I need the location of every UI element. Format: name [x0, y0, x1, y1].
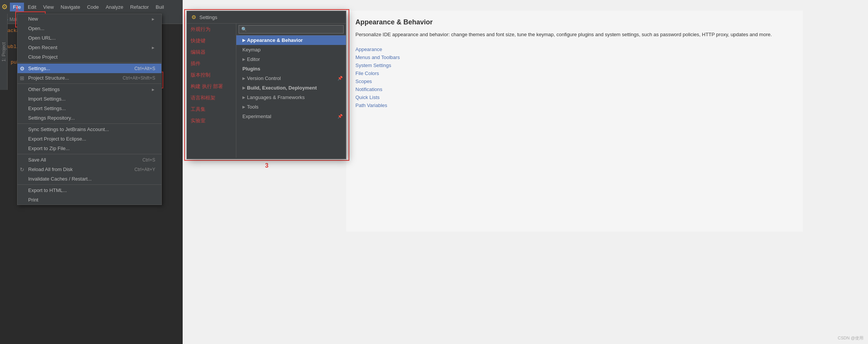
- settings-tree: ▶ Appearance & Behavior Keymap ▶ Editor …: [236, 24, 346, 158]
- settings-left-item-build[interactable]: 构建 执行 部署: [187, 81, 236, 92]
- tree-item-experimental[interactable]: Experimental 📌: [236, 112, 346, 121]
- menu-item-export-zip[interactable]: Export to Zip File...: [18, 144, 161, 153]
- menu-item-reload[interactable]: ↻ Reload All from Disk Ctrl+Alt+Y: [18, 165, 161, 174]
- tree-item-editor[interactable]: ▶ Editor: [236, 54, 346, 64]
- menu-edit[interactable]: Edit: [25, 3, 39, 11]
- link-path-variables[interactable]: Path Variables: [355, 102, 794, 108]
- menu-project-structure-label: Project Structure...: [28, 75, 69, 81]
- settings-left-item-appearance[interactable]: 外观行为: [187, 24, 236, 35]
- menu-item-sync-settings[interactable]: Sync Settings to JetBrains Account...: [18, 125, 161, 134]
- watermark: CSDN @使用: [838, 335, 863, 341]
- menu-analyze[interactable]: Analyze: [103, 3, 126, 11]
- settings-dialog-title: Settings: [199, 14, 217, 20]
- link-system-settings[interactable]: System Settings: [355, 62, 794, 68]
- settings-left-item-vcs[interactable]: 版本控制: [187, 69, 236, 81]
- settings-left-item-languages[interactable]: 语言和框架: [187, 92, 236, 104]
- link-quick-lists[interactable]: Quick Lists: [355, 94, 794, 100]
- menu-code[interactable]: Code: [84, 3, 102, 11]
- menu-item-other-settings[interactable]: Other Settings ►: [18, 85, 161, 94]
- link-notifications[interactable]: Notifications: [355, 86, 794, 92]
- menu-item-open-url[interactable]: Open URL...: [18, 33, 161, 43]
- menu-sync-settings-label: Sync Settings to JetBrains Account...: [28, 126, 109, 132]
- menu-item-open[interactable]: Open...: [18, 24, 161, 33]
- menu-item-new[interactable]: New ►: [18, 14, 161, 24]
- menu-separator-2: [18, 83, 161, 84]
- tree-item-keymap[interactable]: Keymap: [236, 45, 346, 54]
- menu-item-export-html[interactable]: Export to HTML...: [18, 186, 161, 195]
- settings-left-item-tools[interactable]: 工具集: [187, 104, 236, 115]
- menu-file[interactable]: File: [10, 3, 24, 11]
- project-sidebar[interactable]: 1: Project: [0, 14, 8, 90]
- menu-open-recent-arrow: ►: [151, 45, 155, 50]
- tree-item-build-label: Build, Execution, Deployment: [247, 85, 317, 91]
- right-panel-description: Personalize IDE appearance and behavior:…: [355, 31, 794, 39]
- tree-item-editor-label: Editor: [247, 56, 260, 62]
- tree-item-languages-label: Languages & Frameworks: [247, 94, 305, 100]
- menu-item-save-all[interactable]: Save All Ctrl+S: [18, 155, 161, 165]
- menu-import-settings-label: Import Settings...: [28, 96, 65, 102]
- menu-item-settings-repo[interactable]: Settings Repository...: [18, 113, 161, 123]
- menu-item-print[interactable]: Print: [18, 195, 161, 205]
- tree-item-appearance-behavior[interactable]: ▶ Appearance & Behavior: [236, 35, 346, 45]
- ide-toolbar: ⚙ File Edit View Navigate Code Analyze R…: [0, 0, 183, 14]
- menu-item-import-settings[interactable]: Import Settings...: [18, 94, 161, 104]
- menu-settings-shortcut: Ctrl+Alt+S: [134, 66, 155, 71]
- settings-search-area: [236, 24, 346, 35]
- settings-left-item-keymap[interactable]: 快捷键: [187, 35, 236, 46]
- menu-build[interactable]: Buil: [153, 3, 167, 11]
- menu-reload-label: Reload All from Disk: [28, 166, 73, 172]
- tree-item-vcs-label: Version Control: [247, 75, 281, 81]
- menu-save-all-shortcut: Ctrl+S: [142, 157, 155, 163]
- menu-item-open-recent[interactable]: Open Recent ►: [18, 43, 161, 52]
- settings-search-input[interactable]: [239, 25, 344, 34]
- tree-item-plugins[interactable]: Plugins: [236, 64, 346, 74]
- menu-invalidate-label: Invalidate Caches / Restart...: [28, 176, 92, 182]
- settings-right-panel: Appearance & Behavior Personalize IDE ap…: [346, 11, 803, 232]
- settings-left-item-editor[interactable]: 编辑器: [187, 46, 236, 58]
- menu-item-close-project[interactable]: Close Project: [18, 52, 161, 62]
- menu-separator-3: [18, 123, 161, 124]
- tree-item-plugins-label: Plugins: [242, 66, 260, 72]
- tree-build-expand-icon: ▶: [242, 86, 245, 90]
- menu-close-project-label: Close Project: [28, 54, 57, 60]
- tree-item-build[interactable]: ▶ Build, Execution, Deployment: [236, 83, 346, 93]
- menu-item-export-eclipse[interactable]: Export Project to Eclipse...: [18, 134, 161, 144]
- menu-open-url-label: Open URL...: [28, 35, 56, 41]
- link-file-colors[interactable]: File Colors: [355, 70, 794, 76]
- link-menus-toolbars[interactable]: Menus and Toolbars: [355, 54, 794, 60]
- project-structure-icon: ⊞: [20, 75, 24, 81]
- tree-item-vcs[interactable]: ▶ Version Control 📌: [236, 74, 346, 83]
- menu-project-structure-shortcut: Ctrl+Alt+Shift+S: [123, 75, 155, 81]
- link-scopes[interactable]: Scopes: [355, 78, 794, 84]
- menu-new-arrow: ►: [151, 17, 155, 21]
- tree-tools-expand-icon: ▶: [242, 105, 245, 109]
- tree-item-tools[interactable]: ▶ Tools: [236, 102, 346, 112]
- tree-item-experimental-label: Experimental: [242, 114, 271, 119]
- settings-body: 外观行为 快捷键 编辑器 插件 版本控制 构建 执行 部署 语言和框架 工具集 …: [187, 24, 346, 158]
- project-sidebar-label: 1: Project: [1, 42, 6, 62]
- menu-item-project-structure[interactable]: ⊞ Project Structure... Ctrl+Alt+Shift+S: [18, 73, 161, 83]
- menu-export-zip-label: Export to Zip File...: [28, 146, 70, 151]
- menu-view[interactable]: View: [40, 3, 57, 11]
- menu-settings-repo-label: Settings Repository...: [28, 115, 75, 121]
- tree-expand-icon: ▶: [242, 38, 245, 42]
- settings-left-item-experimental[interactable]: 实验室: [187, 115, 236, 126]
- menu-export-settings-label: Export Settings...: [28, 106, 66, 111]
- link-appearance[interactable]: Appearance: [355, 46, 794, 52]
- tree-item-languages[interactable]: ▶ Languages & Frameworks: [236, 93, 346, 102]
- menu-open-recent-label: Open Recent: [28, 45, 57, 50]
- right-panel-title: Appearance & Behavior: [355, 18, 794, 26]
- menu-navigate[interactable]: Navigate: [57, 3, 83, 11]
- experimental-pin-icon: 📌: [338, 114, 343, 119]
- menu-other-settings-label: Other Settings: [28, 86, 60, 92]
- settings-left-item-plugins[interactable]: 插件: [187, 58, 236, 69]
- tree-item-label: Appearance & Behavior: [247, 37, 303, 43]
- menu-refactor[interactable]: Refactor: [127, 3, 152, 11]
- tree-editor-expand-icon: ▶: [242, 57, 245, 61]
- menu-item-export-settings[interactable]: Export Settings...: [18, 104, 161, 113]
- menu-open-label: Open...: [28, 26, 45, 31]
- menu-item-settings[interactable]: ⚙ Settings... Ctrl+Alt+S: [18, 64, 161, 73]
- menu-item-invalidate[interactable]: Invalidate Caches / Restart...: [18, 174, 161, 184]
- menu-export-html-label: Export to HTML...: [28, 187, 67, 193]
- menu-export-eclipse-label: Export Project to Eclipse...: [28, 136, 86, 142]
